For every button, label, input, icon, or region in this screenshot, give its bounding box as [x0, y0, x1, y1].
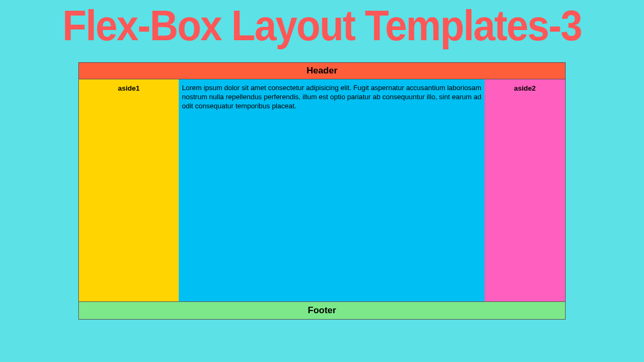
layout-container: Header aside1 Lorem ipsum dolor sit amet… [78, 62, 566, 320]
layout-footer: Footer [79, 301, 565, 319]
layout-middle-row: aside1 Lorem ipsum dolor sit amet consec… [79, 79, 565, 301]
layout-header: Header [79, 63, 565, 79]
layout-main-content: Lorem ipsum dolor sit amet consectetur a… [179, 79, 485, 301]
layout-aside1: aside1 [79, 79, 179, 301]
page-title: Flex-Box Layout Templates-3 [26, 4, 618, 47]
layout-aside2: aside2 [485, 79, 565, 301]
